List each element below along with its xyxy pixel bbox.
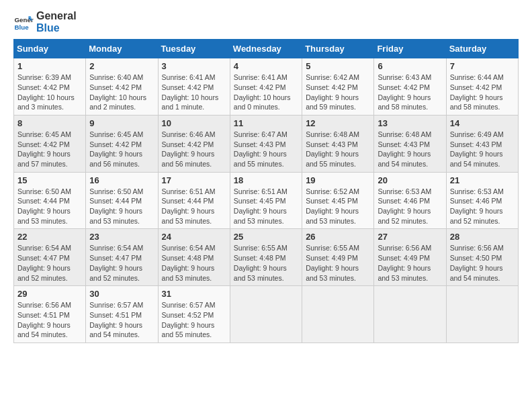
day-number: 15 — [17, 175, 82, 185]
calendar-cell: 27 Sunrise: 6:56 AM Sunset: 4:49 PM Dayl… — [374, 229, 446, 286]
day-detail: Sunrise: 6:39 AM Sunset: 4:42 PM Dayligh… — [17, 73, 82, 112]
day-number: 10 — [162, 118, 226, 128]
day-detail: Sunrise: 6:56 AM Sunset: 4:51 PM Dayligh… — [17, 300, 82, 340]
day-detail: Sunrise: 6:42 AM Sunset: 4:42 PM Dayligh… — [306, 73, 370, 112]
calendar-cell: 5 Sunrise: 6:42 AM Sunset: 4:42 PM Dayli… — [302, 58, 374, 116]
day-number: 21 — [450, 175, 515, 185]
calendar-cell: 31 Sunrise: 6:57 AM Sunset: 4:52 PM Dayl… — [158, 286, 230, 343]
day-number: 7 — [450, 61, 515, 71]
day-number: 31 — [162, 289, 226, 299]
day-detail: Sunrise: 6:52 AM Sunset: 4:45 PM Dayligh… — [306, 187, 370, 226]
calendar-cell: 17 Sunrise: 6:51 AM Sunset: 4:44 PM Dayl… — [158, 172, 230, 229]
day-number: 29 — [17, 289, 82, 299]
day-detail: Sunrise: 6:48 AM Sunset: 4:43 PM Dayligh… — [378, 130, 442, 169]
day-detail: Sunrise: 6:54 AM Sunset: 4:47 PM Dayligh… — [89, 243, 154, 283]
day-number: 5 — [306, 61, 370, 71]
day-number: 6 — [378, 61, 442, 71]
calendar-cell: 10 Sunrise: 6:46 AM Sunset: 4:42 PM Dayl… — [158, 115, 230, 172]
day-number: 17 — [162, 175, 226, 185]
day-number: 13 — [378, 118, 442, 128]
logo-general: General — [36, 10, 77, 22]
day-detail: Sunrise: 6:51 AM Sunset: 4:44 PM Dayligh… — [162, 187, 226, 226]
day-detail: Sunrise: 6:54 AM Sunset: 4:48 PM Dayligh… — [162, 243, 226, 283]
day-detail: Sunrise: 6:50 AM Sunset: 4:44 PM Dayligh… — [89, 187, 154, 226]
day-detail: Sunrise: 6:54 AM Sunset: 4:47 PM Dayligh… — [17, 243, 82, 283]
day-detail: Sunrise: 6:48 AM Sunset: 4:43 PM Dayligh… — [306, 130, 370, 169]
calendar-cell: 15 Sunrise: 6:50 AM Sunset: 4:44 PM Dayl… — [14, 172, 86, 229]
calendar-cell: 25 Sunrise: 6:55 AM Sunset: 4:48 PM Dayl… — [230, 229, 302, 286]
day-number: 11 — [234, 118, 298, 128]
day-detail: Sunrise: 6:46 AM Sunset: 4:42 PM Dayligh… — [162, 130, 226, 169]
day-detail: Sunrise: 6:55 AM Sunset: 4:48 PM Dayligh… — [234, 243, 298, 283]
day-number: 19 — [306, 175, 370, 185]
day-detail: Sunrise: 6:57 AM Sunset: 4:52 PM Dayligh… — [162, 300, 226, 340]
calendar-header-row: SundayMondayTuesdayWednesdayThursdayFrid… — [14, 40, 519, 58]
logo: General Blue General Blue — [13, 10, 77, 34]
calendar-cell — [446, 286, 518, 343]
calendar-cell — [374, 286, 446, 343]
day-number: 14 — [450, 118, 515, 128]
logo-icon: General Blue — [13, 12, 34, 32]
day-detail: Sunrise: 6:53 AM Sunset: 4:46 PM Dayligh… — [378, 187, 442, 226]
day-number: 4 — [234, 61, 298, 71]
calendar-header-sunday: Sunday — [14, 40, 86, 58]
calendar-cell: 21 Sunrise: 6:53 AM Sunset: 4:46 PM Dayl… — [446, 172, 518, 229]
day-detail: Sunrise: 6:40 AM Sunset: 4:42 PM Dayligh… — [89, 73, 154, 112]
calendar-cell: 26 Sunrise: 6:55 AM Sunset: 4:49 PM Dayl… — [302, 229, 374, 286]
day-number: 24 — [162, 232, 226, 242]
day-detail: Sunrise: 6:43 AM Sunset: 4:42 PM Dayligh… — [378, 73, 442, 112]
calendar-week-row: 22 Sunrise: 6:54 AM Sunset: 4:47 PM Dayl… — [14, 229, 519, 286]
calendar-cell: 12 Sunrise: 6:48 AM Sunset: 4:43 PM Dayl… — [302, 115, 374, 172]
day-number: 16 — [89, 175, 154, 185]
calendar-header-monday: Monday — [86, 40, 158, 58]
calendar-cell: 13 Sunrise: 6:48 AM Sunset: 4:43 PM Dayl… — [374, 115, 446, 172]
day-number: 18 — [234, 175, 298, 185]
day-detail: Sunrise: 6:41 AM Sunset: 4:42 PM Dayligh… — [162, 73, 226, 112]
calendar-cell: 20 Sunrise: 6:53 AM Sunset: 4:46 PM Dayl… — [374, 172, 446, 229]
day-number: 3 — [162, 61, 226, 71]
day-detail: Sunrise: 6:56 AM Sunset: 4:49 PM Dayligh… — [378, 243, 442, 283]
calendar-cell: 9 Sunrise: 6:45 AM Sunset: 4:42 PM Dayli… — [86, 115, 158, 172]
day-detail: Sunrise: 6:53 AM Sunset: 4:46 PM Dayligh… — [450, 187, 515, 226]
calendar-week-row: 29 Sunrise: 6:56 AM Sunset: 4:51 PM Dayl… — [14, 286, 519, 343]
day-number: 30 — [89, 289, 154, 299]
day-detail: Sunrise: 6:51 AM Sunset: 4:45 PM Dayligh… — [234, 187, 298, 226]
calendar-cell: 6 Sunrise: 6:43 AM Sunset: 4:42 PM Dayli… — [374, 58, 446, 116]
calendar-header-wednesday: Wednesday — [230, 40, 302, 58]
logo-blue: Blue — [36, 22, 77, 34]
day-detail: Sunrise: 6:49 AM Sunset: 4:43 PM Dayligh… — [450, 130, 515, 169]
calendar-cell: 19 Sunrise: 6:52 AM Sunset: 4:45 PM Dayl… — [302, 172, 374, 229]
calendar-header-friday: Friday — [374, 40, 446, 58]
day-detail: Sunrise: 6:57 AM Sunset: 4:51 PM Dayligh… — [89, 300, 154, 340]
calendar-cell: 28 Sunrise: 6:56 AM Sunset: 4:50 PM Dayl… — [446, 229, 518, 286]
day-detail: Sunrise: 6:45 AM Sunset: 4:42 PM Dayligh… — [89, 130, 154, 169]
day-number: 8 — [17, 118, 82, 128]
calendar-cell: 24 Sunrise: 6:54 AM Sunset: 4:48 PM Dayl… — [158, 229, 230, 286]
calendar-cell — [230, 286, 302, 343]
calendar-week-row: 8 Sunrise: 6:45 AM Sunset: 4:42 PM Dayli… — [14, 115, 519, 172]
calendar-cell: 29 Sunrise: 6:56 AM Sunset: 4:51 PM Dayl… — [14, 286, 86, 343]
day-detail: Sunrise: 6:56 AM Sunset: 4:50 PM Dayligh… — [450, 243, 515, 283]
calendar-cell: 7 Sunrise: 6:44 AM Sunset: 4:42 PM Dayli… — [446, 58, 518, 116]
day-number: 27 — [378, 232, 442, 242]
day-number: 22 — [17, 232, 82, 242]
calendar-cell: 22 Sunrise: 6:54 AM Sunset: 4:47 PM Dayl… — [14, 229, 86, 286]
day-detail: Sunrise: 6:47 AM Sunset: 4:43 PM Dayligh… — [234, 130, 298, 169]
day-number: 1 — [17, 61, 82, 71]
calendar-cell: 16 Sunrise: 6:50 AM Sunset: 4:44 PM Dayl… — [86, 172, 158, 229]
calendar-cell — [302, 286, 374, 343]
calendar-table: SundayMondayTuesdayWednesdayThursdayFrid… — [13, 39, 519, 343]
header: General Blue General Blue — [13, 10, 519, 34]
calendar-cell: 3 Sunrise: 6:41 AM Sunset: 4:42 PM Dayli… — [158, 58, 230, 116]
day-detail: Sunrise: 6:44 AM Sunset: 4:42 PM Dayligh… — [450, 73, 515, 112]
day-detail: Sunrise: 6:50 AM Sunset: 4:44 PM Dayligh… — [17, 187, 82, 226]
calendar-cell: 4 Sunrise: 6:41 AM Sunset: 4:42 PM Dayli… — [230, 58, 302, 116]
calendar-header-saturday: Saturday — [446, 40, 518, 58]
calendar-cell: 1 Sunrise: 6:39 AM Sunset: 4:42 PM Dayli… — [14, 58, 86, 116]
day-number: 2 — [89, 61, 154, 71]
svg-text:Blue: Blue — [15, 23, 30, 30]
calendar-cell: 14 Sunrise: 6:49 AM Sunset: 4:43 PM Dayl… — [446, 115, 518, 172]
day-detail: Sunrise: 6:41 AM Sunset: 4:42 PM Dayligh… — [234, 73, 298, 112]
day-number: 23 — [89, 232, 154, 242]
day-number: 20 — [378, 175, 442, 185]
